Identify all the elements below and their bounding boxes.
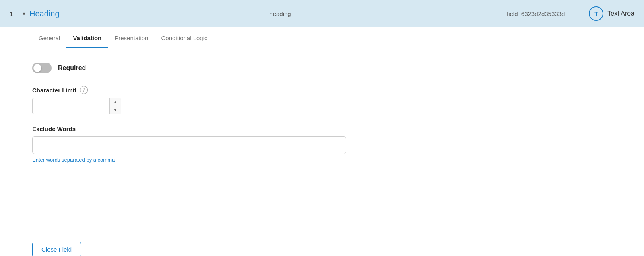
close-field-button[interactable]: Close Field <box>32 242 81 256</box>
form-area: Required Character Limit ? ▲ ▼ Exclude W… <box>0 48 644 233</box>
exclude-words-section: Exclude Words Enter words separated by a… <box>32 125 612 163</box>
footer-bar: Close Field <box>0 233 644 256</box>
tab-presentation[interactable]: Presentation <box>108 27 155 48</box>
tab-validation[interactable]: Validation <box>66 27 108 48</box>
character-limit-help-icon[interactable]: ? <box>80 86 88 94</box>
toggle-thumb <box>33 64 41 72</box>
character-limit-input[interactable] <box>32 98 121 114</box>
required-row: Required <box>32 63 612 73</box>
toggle-track[interactable] <box>32 63 52 73</box>
tab-general[interactable]: General <box>32 27 66 48</box>
character-limit-input-wrap: ▲ ▼ <box>32 98 121 114</box>
field-type-label: Text Area <box>607 10 634 17</box>
field-index: 1 <box>10 10 23 17</box>
exclude-words-label-row: Exclude Words <box>32 125 612 132</box>
exclude-words-hint: Enter words separated by a comma <box>32 157 612 163</box>
main-content: General Validation Presentation Conditio… <box>0 27 644 256</box>
character-limit-section: Character Limit ? ▲ ▼ <box>32 86 612 114</box>
exclude-words-input[interactable] <box>32 136 346 154</box>
collapse-icon[interactable]: ▾ <box>23 10 25 17</box>
required-toggle[interactable] <box>32 63 52 73</box>
tab-conditional-logic[interactable]: Conditional Logic <box>155 27 214 48</box>
field-header: 1 ▾ Heading heading field_6323d2d35333d … <box>0 0 644 27</box>
tabs-bar: General Validation Presentation Conditio… <box>0 27 644 48</box>
spinner-down-button[interactable]: ▼ <box>110 106 121 115</box>
exclude-words-label: Exclude Words <box>32 125 76 132</box>
spinner-up-button[interactable]: ▲ <box>110 98 121 106</box>
character-limit-label: Character Limit <box>32 87 76 94</box>
field-slug: heading <box>54 10 507 17</box>
required-label: Required <box>58 64 86 72</box>
spinner-buttons: ▲ ▼ <box>109 98 121 114</box>
field-type: T Text Area <box>589 6 634 21</box>
field-id: field_6323d2d35333d <box>507 10 565 17</box>
character-limit-label-row: Character Limit ? <box>32 86 612 94</box>
field-type-icon: T <box>589 6 603 21</box>
